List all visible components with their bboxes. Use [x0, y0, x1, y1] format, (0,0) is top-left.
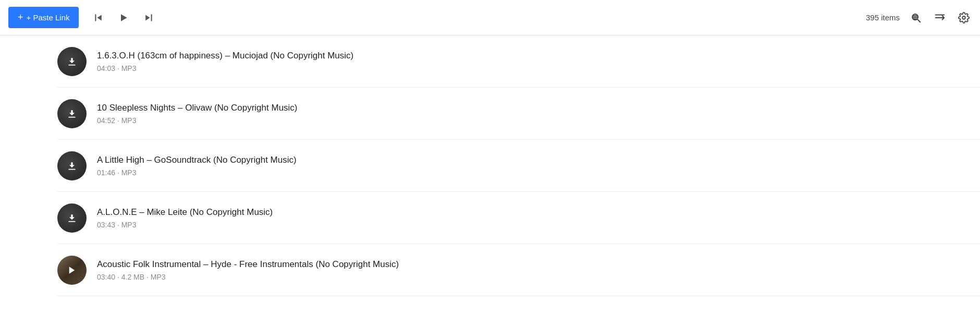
next-button[interactable]: [141, 10, 156, 25]
track-meta: 04:52 · MP3: [97, 116, 967, 125]
track-meta: 03:40 · 4.2 MB · MP3: [97, 273, 967, 281]
skip-back-icon: [93, 13, 104, 23]
sort-button[interactable]: [932, 10, 948, 26]
svg-rect-13: [68, 221, 75, 222]
svg-rect-0: [95, 14, 96, 21]
track-info: A.L.O.N.E – Mike Leite (No Copyright Mus…: [97, 207, 967, 229]
track-item[interactable]: A.L.O.N.E – Mike Leite (No Copyright Mus…: [57, 192, 980, 244]
svg-line-3: [917, 19, 920, 22]
track-info: Acoustic Folk Instrumental – Hyde - Free…: [97, 259, 967, 281]
track-thumbnail: [57, 203, 87, 233]
search-button[interactable]: [908, 10, 924, 26]
svg-rect-1: [151, 14, 152, 21]
track-title: 1.6.3.O.H (163cm of happiness) – Mucioja…: [97, 51, 967, 61]
track-info: 1.6.3.O.H (163cm of happiness) – Mucioja…: [97, 51, 967, 73]
track-item[interactable]: 1.6.3.O.H (163cm of happiness) – Mucioja…: [57, 35, 980, 88]
download-icon: [67, 161, 77, 171]
track-list: 1.6.3.O.H (163cm of happiness) – Mucioja…: [0, 35, 980, 296]
track-item[interactable]: A Little High – GoSoundtrack (No Copyrig…: [57, 140, 980, 192]
track-title: Acoustic Folk Instrumental – Hyde - Free…: [97, 259, 967, 270]
prev-button[interactable]: [91, 10, 106, 25]
play-overlay-icon: [67, 266, 77, 275]
playback-controls: [91, 10, 156, 25]
skip-forward-icon: [143, 13, 154, 23]
track-title: 10 Sleepless Nights – Olivaw (No Copyrig…: [97, 103, 967, 113]
track-thumbnail: [57, 256, 87, 285]
track-title: A.L.O.N.E – Mike Leite (No Copyright Mus…: [97, 207, 967, 218]
track-meta: 01:46 · MP3: [97, 168, 967, 177]
download-icon: [67, 213, 77, 223]
track-item[interactable]: 10 Sleepless Nights – Olivaw (No Copyrig…: [57, 88, 980, 140]
paste-link-label: + Paste Link: [27, 13, 70, 22]
track-meta: 03:43 · MP3: [97, 221, 967, 229]
sort-icon: [934, 12, 946, 23]
download-icon: [67, 109, 77, 119]
track-title: A Little High – GoSoundtrack (No Copyrig…: [97, 155, 967, 165]
track-thumbnail: [57, 99, 87, 128]
svg-rect-12: [68, 168, 75, 170]
track-meta: 04:03 · MP3: [97, 64, 967, 73]
plus-icon: +: [18, 12, 23, 23]
track-thumbnail: [57, 151, 87, 180]
paste-link-button[interactable]: + + Paste Link: [8, 7, 79, 28]
settings-icon: [958, 12, 970, 23]
items-count: 395 items: [866, 13, 900, 22]
track-info: 10 Sleepless Nights – Olivaw (No Copyrig…: [97, 103, 967, 125]
search-icon: [910, 12, 922, 23]
header: + + Paste Link 395 items: [0, 0, 980, 35]
svg-rect-10: [68, 64, 75, 65]
download-icon: [67, 56, 77, 67]
track-info: A Little High – GoSoundtrack (No Copyrig…: [97, 155, 967, 177]
track-thumbnail: [57, 47, 87, 76]
track-item[interactable]: Acoustic Folk Instrumental – Hyde - Free…: [57, 244, 980, 296]
svg-rect-11: [68, 116, 75, 117]
header-right: 395 items: [866, 10, 972, 26]
svg-point-9: [962, 16, 965, 19]
play-button[interactable]: [116, 10, 131, 25]
play-icon: [118, 13, 129, 23]
settings-button[interactable]: [956, 10, 972, 26]
